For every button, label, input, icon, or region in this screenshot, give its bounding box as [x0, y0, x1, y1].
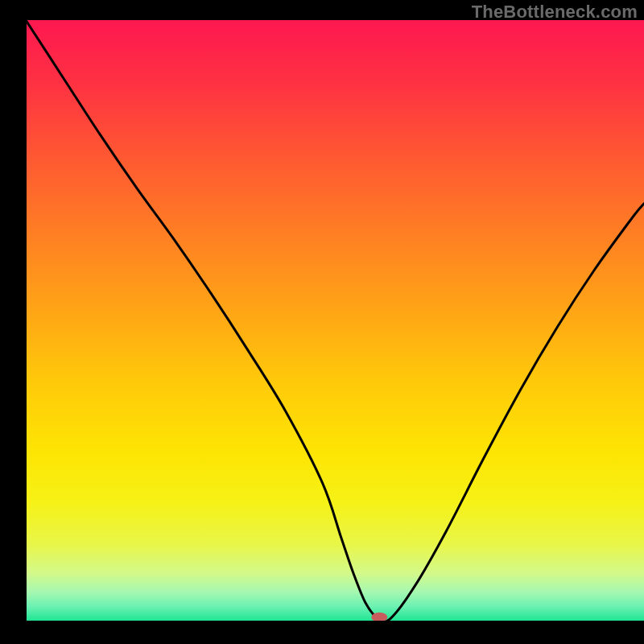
attribution-text: TheBottleneck.com: [472, 2, 638, 23]
chart-svg: [0, 0, 644, 644]
bottleneck-chart: TheBottleneck.com: [0, 0, 644, 644]
plot-background: [26, 20, 644, 621]
minimum-marker: [371, 613, 387, 622]
